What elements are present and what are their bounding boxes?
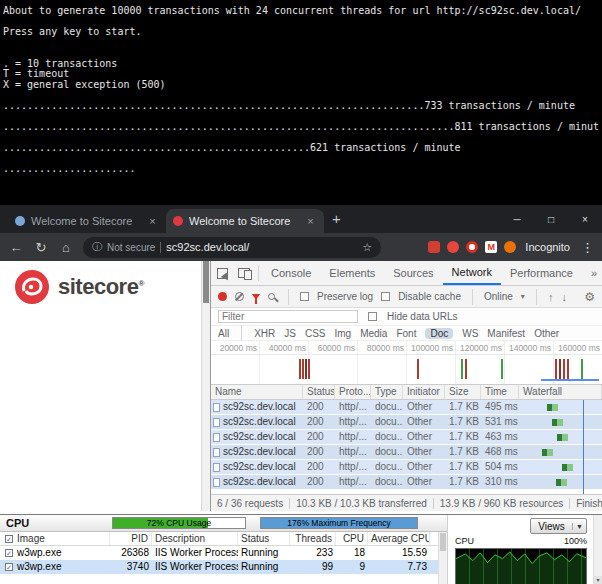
reload-icon[interactable]: ↻ (33, 240, 49, 255)
hide-data-urls-label[interactable]: Hide data URLs (387, 311, 458, 322)
throttling-dropdown[interactable]: Online (484, 291, 513, 302)
type-filter-font[interactable]: Font (396, 328, 416, 339)
process-row[interactable]: ✓w3wp.exe 26368 IIS Worker Process Runni… (0, 546, 447, 560)
disable-cache-label[interactable]: Disable cache (398, 291, 461, 302)
devtools-tab-overflow-icon[interactable]: » (582, 261, 602, 285)
extension-icon-2[interactable] (447, 241, 459, 253)
chevron-down-icon[interactable]: ▼ (572, 523, 586, 530)
waterfall-bar (542, 449, 553, 456)
tab-close-icon[interactable]: × (304, 215, 317, 227)
overview-bar (465, 359, 467, 379)
type-filter-manifest[interactable]: Manifest (487, 328, 525, 339)
type-filter-other[interactable]: Other (534, 328, 559, 339)
resmon-scrollbar[interactable]: ▾ (593, 515, 602, 584)
inspect-element-icon[interactable] (211, 261, 233, 285)
column-header-time[interactable]: Time (481, 385, 519, 399)
bookmark-star-icon[interactable]: ☆ (362, 241, 372, 254)
devtools-tab-elements[interactable]: Elements (320, 261, 384, 285)
finish-time: Finish: 12.52 s (570, 498, 602, 509)
filter-icon[interactable] (252, 294, 260, 300)
device-toolbar-icon[interactable] (233, 261, 255, 285)
type-filter-all[interactable]: All (218, 328, 229, 339)
column-header-description[interactable]: Description (152, 532, 238, 545)
tab-welcome-to-sitecore-1[interactable]: Welcome to Sitecore × (8, 209, 166, 233)
column-header-protocol[interactable]: Proto... (335, 385, 371, 399)
column-header-waterfall[interactable]: Waterfall (519, 385, 602, 399)
cell-initiator: Other (403, 430, 445, 444)
column-header-average-cpu[interactable]: Average CPU (368, 532, 430, 545)
address-bar[interactable]: ⓘ Not secure sc92sc.dev.local/ ☆ (83, 237, 381, 258)
page-scrollbar[interactable] (201, 261, 210, 511)
network-request-row[interactable]: sc92sc.dev.local 200 http/... docu... Ot… (211, 430, 602, 445)
column-header-image[interactable]: ✓Image (2, 532, 110, 545)
type-filter-doc[interactable]: Doc (425, 328, 453, 339)
type-filter-img[interactable]: Img (334, 328, 351, 339)
import-har-icon[interactable]: ↑ (548, 291, 554, 303)
home-icon[interactable]: ⌂ (58, 240, 74, 255)
network-request-row[interactable]: sc92sc.dev.local 200 http/... docu... Ot… (211, 445, 602, 460)
waterfall-bar (557, 434, 568, 441)
extension-icon-1[interactable] (428, 241, 440, 253)
extension-gmail-icon[interactable]: M (485, 241, 497, 253)
views-button[interactable]: Views ▼ (530, 518, 587, 534)
terminal-window[interactable]: About to generate 10000 transactions wit… (0, 0, 602, 205)
column-header-name[interactable]: Name (211, 385, 303, 399)
process-table-scrollbar[interactable] (438, 532, 447, 584)
tab-close-icon[interactable]: × (146, 215, 159, 227)
disable-cache-checkbox[interactable] (381, 292, 390, 301)
type-filter-media[interactable]: Media (360, 328, 387, 339)
type-filter-ws[interactable]: WS (462, 328, 478, 339)
extension-icon-5[interactable] (504, 241, 516, 253)
record-icon[interactable] (218, 292, 227, 301)
back-icon[interactable]: ← (8, 240, 24, 255)
minimize-button[interactable]: ─ (500, 205, 534, 233)
column-header-cpu[interactable]: CPU (336, 532, 368, 545)
column-header-size[interactable]: Size (445, 385, 481, 399)
network-overview-strip[interactable] (211, 355, 602, 385)
url-text[interactable]: sc92sc.dev.local/ (166, 241, 357, 253)
type-filter-js[interactable]: JS (284, 328, 296, 339)
hide-data-urls-checkbox[interactable] (368, 312, 377, 321)
type-filter-xhr[interactable]: XHR (254, 328, 275, 339)
search-icon[interactable] (268, 293, 275, 300)
devtools-tab-console[interactable]: Console (262, 261, 320, 285)
devtools-tab-performance[interactable]: Performance (501, 261, 582, 285)
select-all-checkbox[interactable]: ✓ (5, 535, 13, 543)
scrollbar-thumb[interactable] (203, 261, 209, 303)
network-request-row[interactable]: sc92sc.dev.local 200 http/... docu... Ot… (211, 400, 602, 415)
devtools-tab-sources[interactable]: Sources (384, 261, 442, 285)
new-tab-button[interactable]: + (332, 209, 341, 229)
column-header-status[interactable]: Status (303, 385, 335, 399)
overview-bar (461, 359, 463, 379)
network-request-row[interactable]: sc92sc.dev.local 200 http/... docu... Ot… (211, 415, 602, 430)
column-header-type[interactable]: Type (371, 385, 403, 399)
preserve-log-label[interactable]: Preserve log (317, 291, 373, 302)
cell-type: docu... (371, 400, 403, 414)
extension-icon-3[interactable] (466, 241, 478, 253)
tab-welcome-to-sitecore-2[interactable]: Welcome to Sitecore × (166, 209, 324, 233)
process-row-selected[interactable]: ✓w3wp.exe 3740 IIS Worker Process Runnin… (0, 560, 447, 574)
column-header-threads[interactable]: Threads (290, 532, 336, 545)
network-request-row[interactable]: sc92sc.dev.local 200 http/... docu... Ot… (211, 460, 602, 475)
filter-input[interactable] (218, 310, 358, 323)
browser-menu-icon[interactable]: ⋮ (581, 240, 594, 255)
clear-icon[interactable] (235, 292, 244, 301)
process-checkbox[interactable]: ✓ (5, 549, 13, 557)
info-icon[interactable]: ⓘ (92, 240, 102, 254)
maximize-button[interactable]: □ (534, 205, 568, 233)
column-header-initiator[interactable]: Initiator (403, 385, 445, 399)
transferred-size: 10.3 KB / 10.3 KB transferred (290, 498, 434, 509)
network-request-row[interactable]: sc92sc.dev.local 200 http/... docu... Ot… (211, 475, 602, 490)
gear-icon[interactable]: ⚙ (584, 290, 595, 304)
column-header-pid[interactable]: PID (110, 532, 152, 545)
scrollbar-thumb[interactable] (440, 533, 446, 551)
cpu-section-header[interactable]: CPU 72% CPU Usage 176% Maximum Frequency (0, 515, 447, 532)
type-filter-css[interactable]: CSS (305, 328, 326, 339)
column-header-status[interactable]: Status (238, 532, 290, 545)
preserve-log-checkbox[interactable] (300, 292, 309, 301)
export-har-icon[interactable]: ↓ (561, 291, 567, 303)
close-button[interactable]: × (568, 205, 602, 233)
process-checkbox[interactable]: ✓ (5, 563, 13, 571)
devtools-tab-network[interactable]: Network (443, 261, 501, 285)
scroll-down-arrow-icon[interactable]: ▾ (594, 576, 602, 584)
